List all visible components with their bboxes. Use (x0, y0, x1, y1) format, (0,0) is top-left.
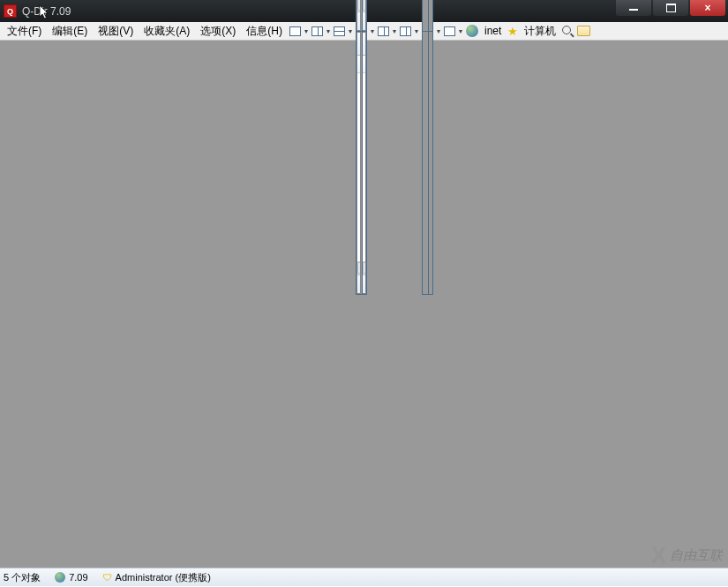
dropdown-icon[interactable]: ▾ (393, 27, 396, 35)
dropdown-icon[interactable]: ▾ (437, 27, 440, 35)
pane-footer: Σ 0 个对象 ▾ ⚡ ✕ ✂ (357, 275, 361, 293)
dropdown-icon[interactable]: ▾ (304, 27, 308, 35)
layout-quad-icon[interactable]: ◄ ► ▾ ↻ 🖥 计算机 ▾ ▾ 名称 类型 硬盘 (5) Win7 (C:)… (356, 0, 367, 295)
dropdown-icon[interactable]: ▾ (459, 27, 462, 35)
h-scrollbar[interactable]: ◄ ► (357, 0, 360, 11)
menu-fav[interactable]: 收藏夹(A) (139, 22, 195, 41)
menu-view[interactable]: 视图(V) (93, 22, 139, 41)
layout-icon[interactable] (378, 26, 389, 36)
layout-icon[interactable] (400, 26, 411, 36)
shield-icon: 🛡 (102, 572, 112, 583)
layout-split-v-icon[interactable] (311, 26, 323, 36)
col-name[interactable]: 名称 (363, 56, 366, 72)
pane-footer: Σ 0 个对象 ▾ ⚡ ✕ ✂ (363, 11, 366, 30)
title: Q-Dir 7.09 (22, 5, 71, 18)
globe-icon (55, 572, 65, 583)
pane-navbar: ◄ ► ▾ ↻ 🖥 计算机 ▾ ▾ (357, 33, 361, 56)
globe-icon[interactable] (466, 25, 478, 37)
scroll-left-button[interactable]: ◄ (357, 262, 361, 274)
scroll-left-button[interactable]: ◄ (363, 0, 366, 11)
star-icon[interactable]: ★ (507, 25, 518, 38)
dropdown-icon[interactable]: ▾ (326, 27, 330, 35)
sigma-icon[interactable]: Σ (365, 277, 366, 291)
scroll-left-button[interactable]: ◄ (363, 262, 366, 274)
menu-computer[interactable]: 计算机 (522, 22, 559, 41)
pane: ◄ ► ▾ ↻ 🖥 计算机 ▾ ▾ 名称 类型 硬盘 (5) Win7 (C:)… (356, 0, 361, 31)
app-icon: Q (4, 4, 17, 18)
status-version: 7.09 (69, 572, 87, 583)
dropdown-icon[interactable]: ▾ (415, 27, 418, 35)
pane-footer: Σ 0 个对象 ▾ ⚡ ✕ ✂ (363, 275, 366, 293)
layout-split-h-icon[interactable] (334, 26, 345, 36)
scroll-left-button[interactable]: ◄ (357, 0, 361, 11)
dropdown-icon[interactable]: ▾ (371, 27, 374, 35)
h-scrollbar[interactable]: ◄ ► (363, 0, 365, 11)
h-scrollbar[interactable]: ◄ ► (357, 261, 360, 275)
menu-options[interactable]: 选项(X) (195, 22, 241, 41)
menu-edit[interactable]: 编辑(E) (47, 22, 93, 41)
h-scrollbar[interactable]: ◄ ► (363, 261, 365, 275)
back-button[interactable]: ◄ (360, 34, 361, 52)
status-user: Administrator (便携版) (116, 571, 211, 584)
pane: ◄ ► ▾ ↻ 🖥 计算机 ▾ ▾ 名称 类型 硬盘 (5) Win7 (C:)… (362, 32, 366, 294)
col-name[interactable]: 名称 (357, 56, 361, 72)
close-button[interactable]: × (690, 0, 725, 16)
layout-icon[interactable] (444, 26, 455, 36)
file-list[interactable]: 硬盘 (5) Win7 (C:)本地磁盘软件 (D:)本地磁盘文档 (E:)本地… (357, 73, 361, 261)
minimize-button[interactable] (616, 0, 651, 16)
sigma-icon[interactable]: Σ (360, 277, 361, 291)
sigma-icon[interactable]: Σ (365, 14, 366, 28)
folder-icon[interactable] (577, 26, 590, 36)
column-headers: 名称 类型 (357, 56, 360, 73)
pane: ◄ ► ▾ ↻ 🖥 计算机 ▾ ▾ 名称 类型 硬盘 (5) Win7 (C:)… (356, 32, 361, 294)
status-objects: 5 个对象 (4, 571, 41, 584)
layout-icon[interactable] (422, 0, 433, 295)
sigma-icon[interactable]: Σ (360, 14, 361, 28)
file-list[interactable]: 硬盘 (5) Win7 (C:)本地磁盘软件 (D:)本地磁盘文档 (E:)本地… (363, 73, 366, 261)
menu-file[interactable]: 文件(F) (2, 22, 47, 41)
search-icon[interactable] (562, 26, 574, 37)
dropdown-icon[interactable]: ▾ (349, 27, 352, 35)
column-headers: 名称 类型 (363, 56, 365, 73)
menu-info[interactable]: 信息(H) (241, 22, 288, 41)
menu-inet[interactable]: inet (482, 23, 504, 39)
maximize-button[interactable] (653, 0, 688, 16)
pane-footer: Σ 6 个对象 ▾ ⚡ ✕ ✂ (357, 11, 361, 30)
menubar: 文件(F) 编辑(E) 视图(V) 收藏夹(A) 选项(X) 信息(H) ▾ ▾… (0, 22, 728, 41)
pane: ◄ ► ▾ ↻ 🖥 计算机 ▾ ▾ 名称 类型 硬盘 (5) Win7 (C:)… (362, 0, 366, 31)
statusbar: 5 个对象 7.09 🛡Administrator (便携版) (0, 568, 728, 586)
layout-single-icon[interactable] (289, 26, 301, 36)
back-button[interactable]: ◄ (365, 34, 366, 52)
pane-navbar: ◄ ► ▾ ↻ 🖥 计算机 ▾ ▾ (363, 33, 366, 56)
